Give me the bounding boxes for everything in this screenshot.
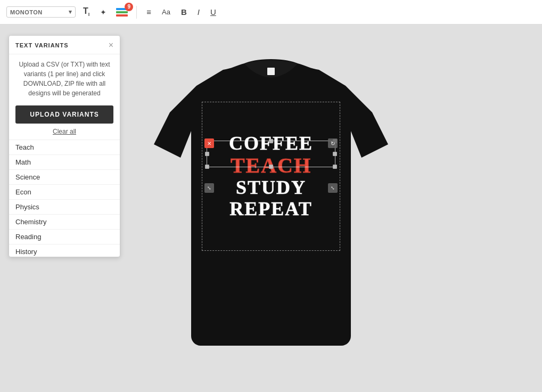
bold-button[interactable]: B	[178, 5, 190, 19]
design-line-teach: Teach	[231, 154, 311, 177]
handle-left-mid	[205, 152, 209, 156]
italic-icon: I	[198, 7, 200, 17]
text-icon: TI	[83, 6, 89, 17]
design-line-coffee: Coffee	[229, 133, 313, 154]
effects-icon: ✦	[100, 8, 106, 17]
delete-icon[interactable]: ✕	[204, 138, 214, 148]
effects-button[interactable]: ✦	[97, 6, 110, 19]
main-area: TEXT VARIANTS × Upload a CSV (or TXT) wi…	[0, 24, 542, 392]
text-style-button[interactable]: TI	[80, 4, 93, 19]
design-overlay[interactable]: Coffee Teach Study Repeat	[202, 102, 340, 251]
handle-bottom-left	[205, 165, 209, 169]
handle-right-mid	[333, 152, 337, 156]
layers-button[interactable]: 9	[114, 6, 130, 19]
panel-title: TEXT VARIANTS	[15, 42, 69, 48]
resize-icon-right[interactable]: ⤡	[328, 183, 338, 193]
resize-icon-left[interactable]: ⤡	[204, 183, 214, 193]
bold-icon: B	[181, 7, 187, 17]
align-button[interactable]: ≡	[143, 5, 154, 19]
panel-header: TEXT VARIANTS ×	[9, 36, 120, 54]
design-line-study: Study	[236, 177, 306, 199]
align-icon: ≡	[146, 7, 151, 17]
variants-list: TeachMathScienceEconPhysicsChemistryRead…	[9, 140, 120, 257]
design-line-repeat: Repeat	[229, 199, 312, 220]
list-item[interactable]: Physics	[9, 200, 120, 215]
text-variants-panel: TEXT VARIANTS × Upload a CSV (or TXT) wi…	[9, 35, 120, 257]
tshirt-container: Coffee Teach Study Repeat	[143, 54, 399, 363]
list-item[interactable]: History	[9, 244, 120, 257]
list-item[interactable]: Teach	[9, 140, 120, 155]
font-selector-arrow: ▾	[69, 9, 72, 15]
list-item[interactable]: Chemistry	[9, 215, 120, 230]
handle-bottom-right	[333, 165, 337, 169]
layers-badge: 9	[125, 3, 133, 11]
italic-button[interactable]: I	[194, 5, 203, 19]
fontsize-button[interactable]: Aa	[159, 6, 174, 18]
font-selector[interactable]: MONOTON ▾	[6, 6, 76, 18]
rotate-icon[interactable]: ↻	[328, 138, 338, 148]
svg-rect-0	[267, 68, 275, 75]
underline-button[interactable]: U	[207, 5, 219, 19]
divider-1	[136, 6, 137, 19]
list-item[interactable]: Reading	[9, 230, 120, 244]
fontsize-icon: Aa	[162, 8, 170, 16]
list-item[interactable]: Science	[9, 170, 120, 185]
panel-description: Upload a CSV (or TXT) with text variants…	[9, 54, 120, 103]
clear-all-link[interactable]: Clear all	[9, 128, 120, 140]
toolbar: MONOTON ▾ TI ✦ 9 ≡ Aa B I U	[0, 0, 542, 24]
underline-icon: U	[210, 7, 216, 17]
list-item[interactable]: Econ	[9, 185, 120, 200]
panel-close-button[interactable]: ×	[109, 41, 113, 50]
design-text-container: Coffee Teach Study Repeat	[202, 102, 340, 250]
upload-variants-button[interactable]: UPLOAD VARIANTS	[15, 105, 113, 124]
list-item[interactable]: Math	[9, 155, 120, 170]
font-name: MONOTON	[10, 9, 43, 15]
